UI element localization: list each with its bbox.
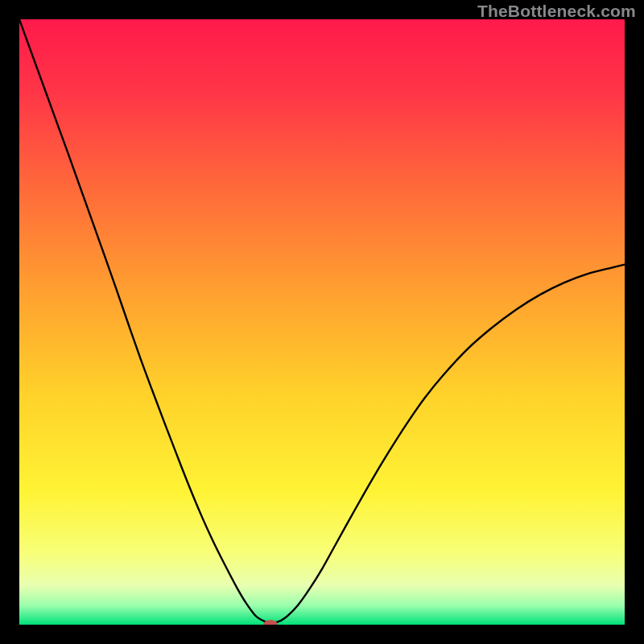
bottleneck-chart [19, 19, 625, 625]
gradient-background [19, 19, 625, 625]
watermark-text: TheBottleneck.com [477, 2, 636, 21]
chart-frame [19, 19, 625, 625]
